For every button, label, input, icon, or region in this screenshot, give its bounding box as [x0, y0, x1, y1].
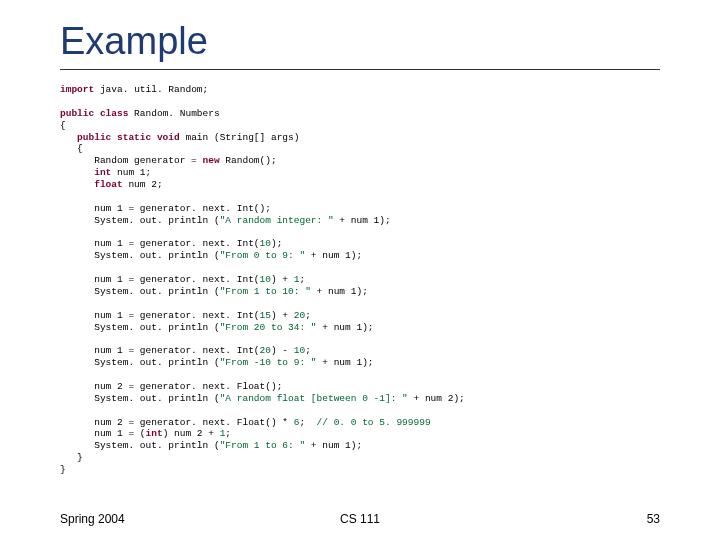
code-text: num 1 = generator. next. Int(: [60, 238, 260, 249]
code-text: System. out. println (: [60, 215, 220, 226]
code-block: import java. util. Random; public class …: [60, 84, 660, 476]
code-text: + num 2);: [408, 393, 465, 404]
string-literal: "From -10 to 9: ": [220, 357, 317, 368]
code-text: ;: [299, 417, 316, 428]
code-text: {: [60, 120, 66, 131]
code-text: + num 1);: [305, 440, 362, 451]
footer-center: CS 111: [340, 512, 380, 526]
code-text: ) +: [271, 274, 294, 285]
kw-new: new: [203, 155, 220, 166]
string-literal: "From 0 to 9: ": [220, 250, 306, 261]
num-literal: 10: [260, 238, 271, 249]
code-text: System. out. println (: [60, 250, 220, 261]
comment: // 0. 0 to 5. 999999: [317, 417, 431, 428]
code-text: {: [60, 143, 83, 154]
code-text: Random generator =: [60, 155, 203, 166]
slide-title: Example: [60, 20, 660, 63]
code-text: main (String[] args): [180, 132, 300, 143]
code-text: + num 1);: [311, 286, 368, 297]
kw-float: float: [60, 179, 123, 190]
code-text: ) num 2 +: [163, 428, 220, 439]
code-text: Random. Numbers: [128, 108, 219, 119]
code-text: num 2 = generator. next. Float() *: [60, 417, 294, 428]
code-text: );: [271, 238, 282, 249]
code-text: System. out. println (: [60, 357, 220, 368]
num-literal: 10: [260, 274, 271, 285]
slide: Example import java. util. Random; publi…: [0, 0, 720, 540]
code-text: + num 1);: [334, 215, 391, 226]
code-text: System. out. println (: [60, 393, 220, 404]
num-literal: 10: [294, 345, 305, 356]
code-text: ) +: [271, 310, 294, 321]
string-literal: "From 20 to 34: ": [220, 322, 317, 333]
code-text: ;: [225, 428, 231, 439]
kw-int: int: [60, 167, 111, 178]
num-literal: 15: [260, 310, 271, 321]
code-text: ) -: [271, 345, 294, 356]
footer-left: Spring 2004: [60, 512, 125, 526]
code-text: Random();: [220, 155, 277, 166]
code-text: num 2 = generator. next. Float();: [60, 381, 282, 392]
code-text: ;: [299, 274, 305, 285]
string-literal: "A random integer: ": [220, 215, 334, 226]
code-text: + num 1);: [317, 322, 374, 333]
code-text: num 1;: [111, 167, 151, 178]
code-text: ;: [305, 310, 311, 321]
code-text: num 1 = (: [60, 428, 146, 439]
string-literal: "A random float [between 0 -1]: ": [220, 393, 408, 404]
code-text: System. out. println (: [60, 286, 220, 297]
kw-public-static-void: public static void: [60, 132, 180, 143]
code-text: num 2;: [123, 179, 163, 190]
num-literal: 20: [294, 310, 305, 321]
kw-public-class: public class: [60, 108, 128, 119]
code-text: System. out. println (: [60, 322, 220, 333]
code-text: num 1 = generator. next. Int(: [60, 345, 260, 356]
footer-page-number: 53: [647, 512, 660, 526]
code-text: System. out. println (: [60, 440, 220, 451]
string-literal: "From 1 to 6: ": [220, 440, 306, 451]
kw-int-cast: int: [146, 428, 163, 439]
code-text: java. util. Random;: [94, 84, 208, 95]
title-rule: [60, 69, 660, 70]
slide-footer: Spring 2004 CS 111 53: [0, 512, 720, 526]
kw-import: import: [60, 84, 94, 95]
string-literal: "From 1 to 10: ": [220, 286, 311, 297]
code-text: num 1 = generator. next. Int(: [60, 310, 260, 321]
code-text: }: [60, 464, 66, 475]
code-text: ;: [305, 345, 311, 356]
code-text: + num 1);: [305, 250, 362, 261]
num-literal: 20: [260, 345, 271, 356]
code-text: num 1 = generator. next. Int(: [60, 274, 260, 285]
code-text: num 1 = generator. next. Int();: [60, 203, 271, 214]
code-text: + num 1);: [317, 357, 374, 368]
code-text: }: [60, 452, 83, 463]
